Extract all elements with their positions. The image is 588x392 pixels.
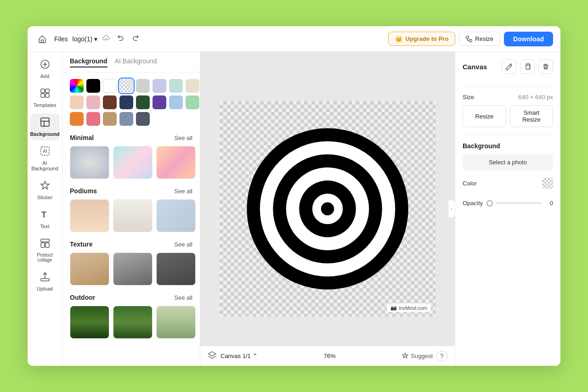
swatch-charcoal[interactable] (136, 112, 150, 126)
swatch-white[interactable] (103, 79, 117, 93)
rp-select-photo-button[interactable]: Select a photo (463, 154, 553, 170)
panel-collapse-handle[interactable]: ‹ (448, 200, 455, 218)
resize-label: Resize (475, 35, 493, 42)
cloud-button[interactable] (102, 35, 110, 43)
app-window: Files logo(1) ▾ (28, 26, 560, 366)
rp-smart-resize-button[interactable]: Smart Resize (510, 105, 554, 127)
swatch-purple[interactable] (153, 95, 166, 109)
minimal-thumb-2[interactable] (113, 146, 153, 179)
minimal-thumb-1[interactable] (70, 146, 109, 179)
sidebar-item-product-collage[interactable]: Product collage (30, 235, 60, 266)
sticker-icon (40, 180, 50, 193)
resize-button[interactable]: Resize (459, 32, 500, 46)
suggest-button[interactable]: Suggest (401, 353, 433, 360)
download-button[interactable]: Download (504, 32, 553, 46)
sidebar-upload-label: Upload (37, 286, 53, 291)
upgrade-button[interactable]: 👑 Upgrade to Pro (388, 32, 455, 46)
background-icon (40, 117, 50, 129)
rp-size-label: Size (463, 94, 474, 101)
filename-dropdown-icon: ▾ (94, 35, 97, 43)
sidebar-item-ai-background[interactable]: AI AI Background (30, 142, 60, 175)
rp-copy-button[interactable] (520, 59, 535, 74)
rp-bg-title: Background (463, 142, 553, 150)
swatch-orange[interactable] (70, 112, 84, 126)
files-button[interactable]: Files (54, 35, 68, 43)
sidebar-item-upload[interactable]: Upload (30, 268, 60, 295)
sidebar-templates-label: Templates (33, 102, 56, 108)
rp-opacity-section: Opacity 0 (463, 200, 553, 207)
rp-opacity-value: 0 (546, 200, 553, 207)
topbar-left: Files logo(1) ▾ (35, 32, 383, 46)
outdoor-thumb-2[interactable] (113, 306, 153, 339)
rp-color-section: Color (463, 178, 553, 192)
swatch-light-green[interactable] (186, 95, 199, 109)
podiums-thumb-1[interactable] (70, 199, 109, 232)
help-button[interactable]: ? (436, 351, 447, 362)
layers-button[interactable] (208, 351, 217, 362)
filename-button[interactable]: logo(1) ▾ (73, 35, 98, 43)
swatch-brown[interactable] (103, 95, 117, 109)
suggest-label: Suggest (411, 353, 433, 359)
minimal-see-all[interactable]: See all (174, 134, 192, 141)
color-swatches-grid (62, 77, 200, 130)
swatch-gradient[interactable] (70, 79, 84, 93)
rp-divider-1 (463, 86, 553, 86)
swatch-transparent[interactable] (119, 79, 133, 93)
canvas-artwork (240, 122, 415, 296)
sidebar-item-templates[interactable]: Templates (30, 84, 60, 112)
swatch-steel[interactable] (119, 112, 133, 126)
minimal-thumb-3[interactable] (156, 146, 196, 179)
sidebar-item-text[interactable]: T Text (30, 206, 60, 233)
product-collage-icon (40, 238, 50, 251)
swatch-black[interactable] (86, 79, 100, 93)
swatch-light-gray[interactable] (136, 79, 150, 93)
tab-background[interactable]: Background (70, 57, 107, 67)
swatch-mint[interactable] (169, 79, 183, 93)
outdoor-see-all[interactable]: See all (174, 294, 192, 301)
canvas-bg[interactable] (220, 101, 435, 317)
minimal-title: Minimal (70, 134, 94, 141)
swatch-rose[interactable] (86, 112, 100, 126)
background-panel: Background AI Background (62, 52, 200, 366)
rp-delete-button[interactable] (538, 59, 553, 74)
rp-opacity-slider[interactable] (486, 200, 542, 207)
podiums-thumb-3[interactable] (156, 199, 196, 232)
texture-thumb-3[interactable] (156, 252, 196, 286)
swatch-peach[interactable] (70, 95, 84, 109)
sidebar-item-background[interactable]: Background (30, 113, 60, 140)
swatch-navy[interactable] (119, 95, 133, 109)
sidebar-text-label: Text (40, 224, 49, 229)
podiums-thumb-2[interactable] (113, 199, 153, 232)
outdoor-thumb-3[interactable] (156, 306, 196, 339)
texture-thumb-1[interactable] (70, 252, 109, 286)
svg-text:T: T (41, 210, 46, 219)
swatch-pink[interactable] (86, 95, 100, 109)
rp-resize-button[interactable]: Resize (463, 105, 506, 127)
rp-background-section: Background Select a photo (463, 142, 553, 170)
filename-label: logo(1) (73, 35, 93, 43)
sidebar-item-sticker[interactable]: Sticker (30, 177, 60, 204)
canvas-page-button[interactable]: Canvas 1/1 ⌃ (220, 353, 258, 359)
home-button[interactable] (35, 32, 50, 46)
bottombar-center: 76% (324, 353, 336, 359)
swatch-cream[interactable] (186, 79, 199, 93)
slider-thumb[interactable] (486, 200, 493, 207)
redo-button[interactable] (130, 33, 141, 45)
podiums-thumbs (62, 197, 200, 237)
swatch-dark-green[interactable] (136, 95, 150, 109)
add-icon (40, 59, 50, 72)
swatch-sky-blue[interactable] (169, 95, 183, 109)
outdoor-thumb-1[interactable] (70, 306, 109, 339)
sidebar-item-add[interactable]: Add (30, 56, 60, 83)
svg-rect-11 (41, 94, 45, 97)
rp-color-swatch[interactable] (542, 178, 553, 189)
swatch-lavender[interactable] (153, 79, 166, 93)
undo-button[interactable] (115, 33, 126, 45)
tab-ai-background[interactable]: AI Background (115, 57, 157, 67)
podiums-see-all[interactable]: See all (174, 188, 192, 195)
texture-thumb-2[interactable] (113, 252, 153, 286)
text-icon: T (40, 209, 50, 222)
rp-style-button[interactable] (502, 59, 516, 74)
texture-see-all[interactable]: See all (174, 241, 192, 248)
swatch-tan[interactable] (103, 112, 117, 126)
